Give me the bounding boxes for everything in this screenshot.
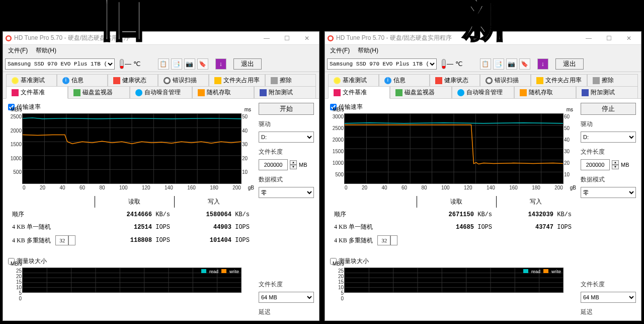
- tab-benchmark[interactable]: 基准测试: [6, 74, 57, 87]
- chart-bottom: MB/s 2520151050 read write: [344, 268, 564, 293]
- legend-read-swatch: [201, 269, 206, 273]
- lightbulb-icon: [334, 77, 341, 84]
- tab-disk-monitor[interactable]: 磁盘监视器: [68, 86, 130, 99]
- titlebar: HD Tune Pro 5.70 - 硬盘/固态硬盘实用程序 — ☐ ✕: [3, 32, 319, 45]
- menu-help[interactable]: 帮助(H): [33, 45, 59, 56]
- tab-file-benchmark[interactable]: 文件基准: [6, 86, 68, 99]
- axis-end-unit: gB: [570, 185, 576, 190]
- tab-error-scan[interactable]: 错误扫描: [158, 74, 209, 87]
- window-new: HD Tune Pro 5.70 - 硬盘/固态硬盘实用程序 — ☐ ✕ 文件(…: [325, 31, 641, 321]
- tab-aam[interactable]: 自动噪音管理: [452, 86, 514, 99]
- chart-svg: [345, 114, 563, 183]
- info-icon: i: [384, 77, 391, 84]
- tab-error-scan[interactable]: 错误扫描: [480, 74, 531, 87]
- lightbulb-icon: [12, 77, 19, 84]
- window-old: HD Tune Pro 5.70 - 硬盘/固态硬盘实用程序 — ☐ ✕ 文件(…: [3, 31, 319, 321]
- tab-erase[interactable]: 擦除: [265, 74, 316, 87]
- speaker-icon: [135, 89, 142, 96]
- title-text: HD Tune Pro 5.70 - 硬盘/固态硬盘实用程序: [336, 34, 579, 42]
- minimize-button[interactable]: —: [579, 32, 599, 44]
- tab-extra-tests[interactable]: 附加测试: [576, 86, 638, 99]
- start-button[interactable]: 开始: [259, 103, 314, 115]
- stop-button[interactable]: 停止: [581, 103, 636, 115]
- content-panel: 传输速率 MB/s ms 30002500200015001000500 605…: [325, 98, 641, 320]
- data-pattern-select[interactable]: 零: [259, 187, 314, 198]
- random-icon: [520, 89, 527, 96]
- file-length-input[interactable]: [259, 159, 288, 170]
- file-length-select-2[interactable]: 64 MB: [259, 292, 314, 303]
- side-panel: 停止 驱动 D: 文件长度 ▲▼MB 数据模式 零 文件长度 64 MB 延迟: [581, 103, 636, 316]
- refresh-icon[interactable]: ↓: [215, 58, 226, 70]
- tab-health[interactable]: 健康状态: [430, 74, 480, 87]
- row-seq: 顺序: [331, 209, 416, 220]
- data-pattern-select[interactable]: 零: [581, 187, 636, 198]
- erase-icon: [271, 77, 278, 84]
- device-select[interactable]: Samsung SSD 970 EVO Plus 1TB (1000: [327, 58, 437, 70]
- close-button[interactable]: ✕: [619, 32, 639, 44]
- monitor-icon: [395, 89, 403, 96]
- magnifier-icon: [486, 77, 493, 84]
- row-rand1: 4 KB 单一随机: [331, 221, 416, 233]
- legend-write-swatch: [543, 269, 548, 273]
- axis-left: 2500200015001000500: [9, 114, 22, 183]
- minimize-button[interactable]: —: [257, 32, 277, 44]
- label-drive: 驱动: [581, 120, 636, 128]
- tab-file-benchmark[interactable]: 文件基准: [328, 86, 390, 99]
- line-read: [345, 123, 563, 123]
- app-icon: [5, 35, 12, 42]
- tab-folder-usage[interactable]: 文件夹占用率: [209, 74, 265, 87]
- thread-count-spinner[interactable]: 32▲▼: [55, 235, 75, 245]
- health-icon: [435, 77, 442, 84]
- axis-left-2: 2520151050: [9, 268, 22, 292]
- tab-erase[interactable]: 擦除: [587, 74, 638, 87]
- exit-button[interactable]: 退出: [555, 58, 584, 70]
- maximize-button[interactable]: ☐: [599, 32, 619, 44]
- row-randN: 4 KB 多重随机 32▲▼: [331, 234, 416, 247]
- device-select[interactable]: Samsung SSD 970 EVO Plus 1TB (1000: [5, 58, 115, 70]
- tab-aam[interactable]: 自动噪音管理: [130, 86, 192, 99]
- close-button[interactable]: ✕: [297, 32, 317, 44]
- hdr-write: 写入: [496, 196, 575, 208]
- copy-icon[interactable]: 📋: [158, 58, 169, 70]
- maximize-button[interactable]: ☐: [277, 32, 297, 44]
- tab-folder-usage[interactable]: 文件夹占用率: [531, 74, 587, 87]
- toolbar: Samsung SSD 970 EVO Plus 1TB (1000 — ℃ 📋…: [325, 56, 641, 72]
- tab-random-access[interactable]: 随机存取: [514, 86, 576, 99]
- screenshot-icon[interactable]: 📷: [184, 58, 195, 70]
- menu-file[interactable]: 文件(F): [5, 45, 31, 56]
- tab-health[interactable]: 健康状态: [108, 74, 158, 87]
- chart-main: MB/s ms 2500200015001000500 5040302010 0…: [22, 113, 242, 184]
- tab-info[interactable]: i信息: [57, 74, 108, 87]
- screenshot-icon[interactable]: 📷: [506, 58, 517, 70]
- axis-mbs: MB/s: [11, 107, 22, 112]
- legend: read write: [523, 269, 561, 274]
- toolbar: Samsung SSD 970 EVO Plus 1TB (1000 — ℃ 📋…: [3, 56, 319, 72]
- hdr-read: 读取: [95, 196, 173, 208]
- menu-file[interactable]: 文件(F): [327, 45, 353, 56]
- menu-help[interactable]: 帮助(H): [355, 45, 381, 56]
- save-icon[interactable]: 🔖: [197, 58, 208, 70]
- hdr-write: 写入: [174, 196, 253, 208]
- axis-end-unit: gB: [248, 185, 254, 190]
- content-panel: 传输速率 MB/s ms 2500200015001000500 5040302…: [3, 98, 319, 320]
- exit-button[interactable]: 退出: [233, 58, 262, 70]
- copy-icon[interactable]: 📋: [480, 58, 491, 70]
- copy-all-icon[interactable]: 📑: [493, 58, 504, 70]
- thread-count-spinner[interactable]: 32▲▼: [377, 235, 397, 245]
- tab-extra-tests[interactable]: 附加测试: [254, 86, 316, 99]
- extra-icon: [260, 89, 267, 96]
- tab-disk-monitor[interactable]: 磁盘监视器: [390, 86, 452, 99]
- axis-bottom: 020406080100120140160180200: [23, 185, 241, 190]
- file-length-input[interactable]: [581, 159, 610, 170]
- axis-left: 30002500200015001000500: [331, 114, 344, 183]
- monitor-icon: [73, 89, 80, 96]
- copy-all-icon[interactable]: 📑: [171, 58, 182, 70]
- drive-select[interactable]: D:: [581, 132, 636, 143]
- tab-benchmark[interactable]: 基准测试: [328, 74, 379, 87]
- tab-random-access[interactable]: 随机存取: [192, 86, 254, 99]
- save-icon[interactable]: 🔖: [519, 58, 530, 70]
- drive-select[interactable]: D:: [259, 132, 314, 143]
- refresh-icon[interactable]: ↓: [537, 58, 548, 70]
- tab-info[interactable]: i信息: [379, 74, 430, 87]
- file-length-select-2[interactable]: 64 MB: [581, 292, 636, 303]
